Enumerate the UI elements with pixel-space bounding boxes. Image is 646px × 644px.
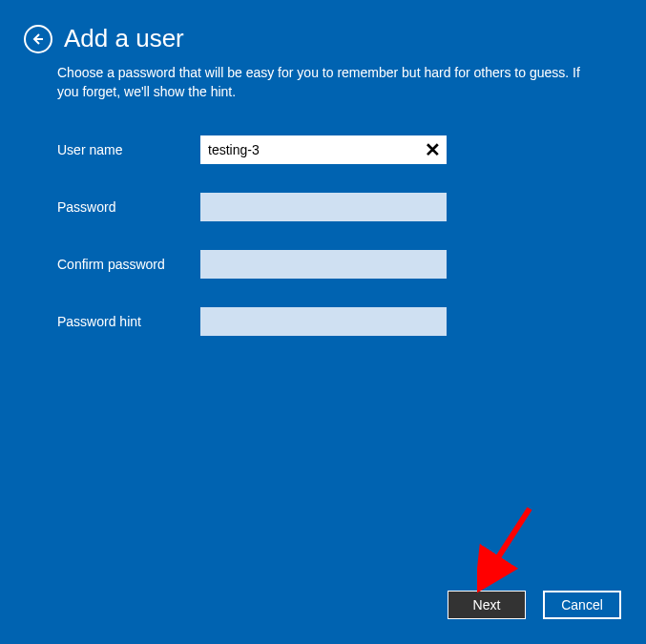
- confirm-password-input[interactable]: [200, 250, 447, 279]
- add-user-form: User name ✕ Password Confirm password Pa…: [0, 102, 646, 336]
- password-hint-input[interactable]: [200, 307, 447, 336]
- username-label: User name: [57, 142, 200, 157]
- password-hint-label: Password hint: [57, 314, 200, 329]
- confirm-password-label: Confirm password: [57, 257, 200, 272]
- svg-line-2: [487, 509, 530, 575]
- back-arrow-icon: [31, 32, 45, 46]
- back-button[interactable]: [24, 25, 52, 53]
- annotation-arrow-icon: [477, 504, 544, 599]
- clear-icon[interactable]: ✕: [425, 140, 441, 159]
- username-input[interactable]: [200, 135, 447, 164]
- page-subtitle: Choose a password that will be easy for …: [0, 63, 646, 102]
- password-input[interactable]: [200, 193, 447, 221]
- password-label: Password: [57, 199, 200, 215]
- page-title: Add a user: [64, 24, 184, 53]
- cancel-button[interactable]: Cancel: [543, 591, 621, 619]
- next-button[interactable]: Next: [448, 591, 526, 619]
